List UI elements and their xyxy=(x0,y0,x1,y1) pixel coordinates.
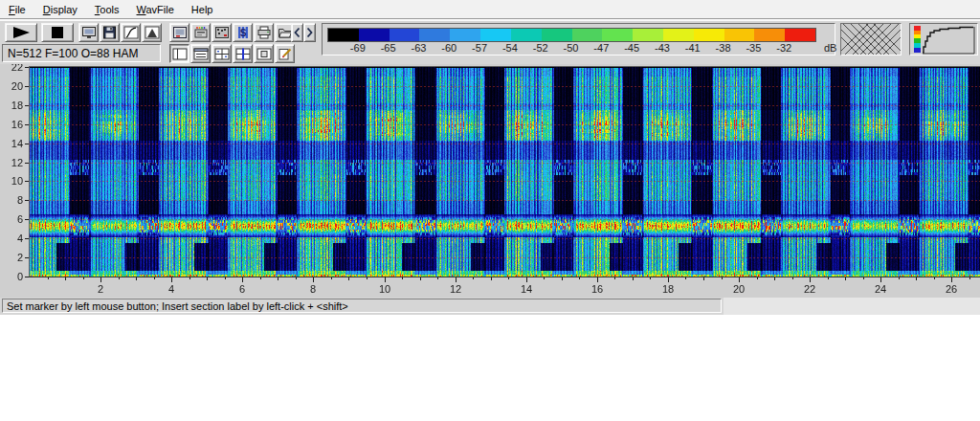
gain-curve-box[interactable] xyxy=(909,23,978,55)
stop-button[interactable] xyxy=(41,23,74,42)
legend-unit-label: dB xyxy=(824,42,836,54)
legend-tick-label: -32 xyxy=(776,42,791,54)
play-button[interactable] xyxy=(5,23,37,42)
legend-tick-label: -54 xyxy=(502,42,518,54)
legend-tick-label: -41 xyxy=(685,42,701,54)
inset-window-icon xyxy=(256,48,272,60)
peak-icon xyxy=(145,26,160,39)
spectrogram-app-window: File Display Tools WavFile Help xyxy=(0,0,980,315)
scan-icon xyxy=(193,26,209,39)
pencil-icon xyxy=(278,48,293,60)
status-bar: Set marker by left mouse button; Insert … xyxy=(0,298,980,315)
screenshot-root: File Display Tools WavFile Help xyxy=(0,0,980,421)
analysis-params-display: N=512 F=100 O=88 HAM xyxy=(2,44,161,62)
status-bar-right-panel xyxy=(724,298,980,315)
spectrogram-display[interactable] xyxy=(0,64,980,298)
scan-input-button[interactable] xyxy=(190,23,211,42)
stop-icon xyxy=(51,26,64,39)
chevron-right-icon xyxy=(305,27,314,38)
spectrogram-window-icon xyxy=(172,26,188,39)
peak-hold-button[interactable] xyxy=(142,23,162,42)
svg-text:S: S xyxy=(239,28,246,38)
status-message: Set marker by left mouse button; Insert … xyxy=(2,299,722,313)
display-options-button[interactable] xyxy=(78,23,99,42)
color-scale-panel[interactable]: -69-65-63-60-57-54-52-50-47-45-43-41-38-… xyxy=(322,23,835,55)
layout-inset-button[interactable] xyxy=(254,44,274,63)
section-icon: S xyxy=(235,26,251,39)
legend-labels: -69-65-63-60-57-54-52-50-47-45-43-41-38-… xyxy=(323,24,835,55)
scroll-right-button[interactable] xyxy=(303,23,316,42)
section-view-button[interactable]: S xyxy=(233,23,253,42)
menu-tools[interactable]: Tools xyxy=(86,2,128,17)
quad-grid-icon xyxy=(214,48,230,60)
menu-display[interactable]: Display xyxy=(34,2,86,17)
legend-tick-label: -43 xyxy=(655,42,670,54)
legend-tick-label: -65 xyxy=(381,42,396,54)
legend-tick-label: -38 xyxy=(716,42,731,54)
quad-grid-cursor-icon xyxy=(235,48,251,60)
legend-tick-label: -45 xyxy=(624,42,639,54)
save-button[interactable] xyxy=(100,23,120,42)
gain-curve-icon xyxy=(910,24,977,55)
legend-tick-label: -57 xyxy=(472,42,487,54)
save-icon xyxy=(102,26,117,39)
play-icon xyxy=(10,26,33,39)
list-window-icon xyxy=(193,48,209,60)
capture-region-button[interactable] xyxy=(212,23,232,42)
menu-help[interactable]: Help xyxy=(183,2,222,17)
legend-tick-label: -50 xyxy=(564,42,579,54)
layout-quad-cursor-button[interactable] xyxy=(233,44,253,63)
scroll-left-button[interactable] xyxy=(291,23,303,42)
printer-icon xyxy=(256,26,272,39)
legend-tick-label: -69 xyxy=(350,42,366,54)
annotate-button[interactable] xyxy=(275,44,295,63)
legend-tick-label: -47 xyxy=(593,42,609,54)
transfer-function-button[interactable] xyxy=(121,23,141,42)
layout-list-button[interactable] xyxy=(190,44,211,63)
monitor-icon xyxy=(81,26,97,39)
hatch-pattern-icon xyxy=(841,24,901,55)
spectrogram-view-button[interactable] xyxy=(169,23,189,42)
legend-tick-label: -60 xyxy=(441,42,457,54)
layout-split-vertical-button[interactable] xyxy=(169,44,189,63)
menu-file[interactable]: File xyxy=(0,2,34,17)
layout-quad-button[interactable] xyxy=(212,44,232,63)
curve-icon xyxy=(123,26,139,39)
hatch-pattern-box[interactable] xyxy=(840,23,902,55)
legend-tick-label: -35 xyxy=(746,42,761,54)
menu-wavfile[interactable]: WavFile xyxy=(128,2,183,17)
analysis-params-text: N=512 F=100 O=88 HAM xyxy=(8,47,138,60)
legend-tick-label: -52 xyxy=(533,42,548,54)
split-vertical-icon xyxy=(172,48,188,60)
capture-icon xyxy=(214,26,230,39)
menu-bar: File Display Tools WavFile Help xyxy=(0,0,980,19)
chevron-left-icon xyxy=(293,27,301,38)
legend-tick-label: -63 xyxy=(411,42,426,54)
print-button[interactable] xyxy=(254,23,274,42)
